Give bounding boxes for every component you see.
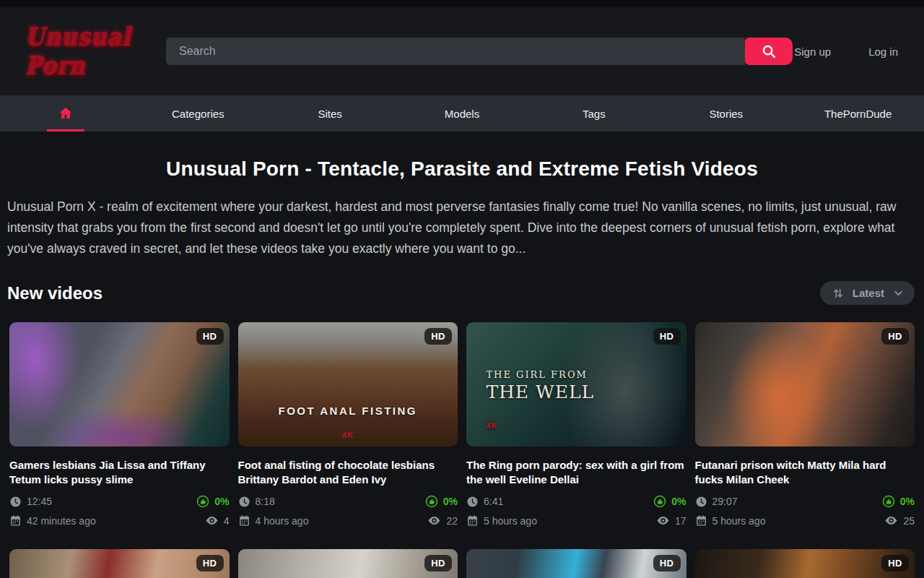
top-strip (0, 0, 924, 7)
hd-badge: HD (653, 555, 681, 571)
clock-icon (238, 496, 250, 508)
thumbs-up-icon (882, 495, 895, 508)
page-description: Unusual Porn X - realm of excitement whe… (7, 197, 917, 259)
video-card[interactable]: HD (238, 549, 458, 578)
video-thumbnail[interactable]: HD (9, 549, 230, 578)
search-bar (166, 38, 793, 65)
sort-label: Latest (853, 287, 884, 299)
section-head: New videos Latest (7, 281, 915, 305)
thumbnail-overlay-poster: THE GIRL FROM THE WELL 4K (486, 369, 594, 430)
thumbnail-quality-mark: 4K (486, 421, 594, 430)
sort-icon (832, 288, 844, 299)
home-icon (58, 105, 74, 121)
video-thumbnail[interactable]: HD (695, 322, 915, 447)
search-button[interactable] (745, 38, 793, 65)
section-title: New videos (7, 283, 103, 303)
video-views: 25 (903, 515, 915, 527)
hd-badge: HD (424, 328, 452, 345)
signup-link[interactable]: Sign up (794, 46, 831, 58)
nav-item-models[interactable]: Models (396, 95, 528, 131)
video-meta: 8:18 0% 4 hours ago (238, 495, 458, 527)
chevron-down-icon (893, 288, 904, 298)
eye-icon (884, 514, 898, 527)
nav-item-categories[interactable]: Categories (132, 95, 264, 131)
video-card[interactable]: HD Futanari prison witch Matty Mila hard… (695, 322, 915, 527)
clock-icon (695, 496, 707, 508)
video-title[interactable]: The Ring porn parody: sex with a girl fr… (466, 458, 687, 487)
main-nav: Categories Sites Models Tags Stories The… (0, 95, 924, 131)
video-thumbnail[interactable]: HD (695, 549, 915, 578)
auth-links: Sign up Log in (793, 46, 898, 58)
thumbnail-overlay-title: FOOT ANAL FISTING (238, 405, 458, 417)
hd-badge: HD (881, 555, 909, 571)
calendar-icon (238, 514, 250, 527)
thumbnail-quality-mark: 4K (238, 431, 458, 439)
video-thumbnail[interactable]: HD THE GIRL FROM THE WELL 4K (466, 322, 687, 447)
clock-icon (466, 496, 479, 508)
nav-item-sites[interactable]: Sites (264, 95, 396, 131)
video-card[interactable]: HD FOOT ANAL FISTING 4K Foot anal fistin… (238, 322, 458, 527)
video-thumbnail[interactable]: HD (466, 549, 687, 578)
video-title[interactable]: Foot anal fisting of chocolate lesbians … (238, 458, 458, 487)
thumbs-up-icon (425, 495, 438, 508)
thumbs-up-icon (196, 495, 209, 508)
video-card[interactable]: HD (466, 549, 687, 578)
video-views: 22 (446, 515, 458, 527)
hd-badge: HD (424, 555, 452, 571)
video-views: 17 (675, 515, 687, 527)
thumbs-up-icon (653, 495, 666, 508)
video-card[interactable]: HD (9, 549, 230, 578)
video-title[interactable]: Futanari prison witch Matty Mila hard fu… (695, 458, 915, 487)
video-meta: 12:45 0% 42 minutes ago (9, 495, 230, 527)
nav-item-tags[interactable]: Tags (528, 95, 660, 131)
sort-dropdown[interactable]: Latest (820, 281, 915, 305)
video-rating: 0% (900, 496, 915, 507)
video-card[interactable]: HD THE GIRL FROM THE WELL 4K The Ring po… (466, 322, 687, 527)
calendar-icon (695, 514, 707, 527)
search-input[interactable] (166, 38, 745, 65)
eye-icon (205, 514, 219, 527)
video-posted: 4 hours ago (256, 515, 309, 527)
nav-item-stories[interactable]: Stories (660, 95, 792, 131)
video-meta: 6:41 0% 5 hours ago (466, 495, 687, 527)
video-card[interactable]: HD Gamers lesbians Jia Lissa and Tiffany… (9, 322, 230, 527)
clock-icon (9, 496, 22, 508)
video-title[interactable]: Gamers lesbians Jia Lissa and Tiffany Te… (9, 458, 230, 487)
hd-badge: HD (881, 328, 909, 345)
video-thumbnail[interactable]: HD (9, 322, 230, 447)
search-icon (761, 43, 777, 59)
calendar-icon (9, 514, 22, 527)
video-posted: 5 hours ago (484, 515, 537, 527)
video-posted: 5 hours ago (712, 515, 766, 527)
video-thumbnail[interactable]: HD FOOT ANAL FISTING 4K (238, 322, 458, 447)
logo[interactable]: Unusual Porn (25, 22, 152, 81)
hd-badge: HD (653, 328, 681, 345)
video-views: 4 (224, 515, 230, 527)
video-meta: 29:07 0% 5 hours ago (695, 495, 915, 527)
header: Unusual Porn Sign up Log in (0, 7, 924, 95)
eye-icon (656, 514, 670, 527)
hd-badge: HD (196, 555, 224, 571)
calendar-icon (466, 514, 479, 527)
nav-item-home[interactable] (0, 95, 132, 131)
eye-icon (427, 514, 441, 527)
video-duration: 6:41 (484, 496, 503, 507)
video-rating: 0% (443, 496, 458, 507)
video-thumbnail[interactable]: HD (238, 549, 458, 578)
video-rating: 0% (671, 496, 686, 507)
page-title: Unusual Porn - Tentacle, Parasite and Ex… (0, 158, 924, 181)
nav-item-theporndude[interactable]: ThePornDude (792, 95, 924, 131)
video-grid: HD Gamers lesbians Jia Lissa and Tiffany… (9, 322, 915, 578)
video-posted: 42 minutes ago (27, 515, 96, 527)
video-duration: 29:07 (712, 496, 738, 507)
video-rating: 0% (214, 496, 229, 507)
video-duration: 8:18 (256, 496, 275, 507)
video-duration: 12:45 (27, 496, 52, 507)
poster-line-2: THE WELL (486, 381, 594, 402)
video-card[interactable]: HD (695, 549, 915, 578)
login-link[interactable]: Log in (868, 46, 898, 58)
hd-badge: HD (196, 328, 224, 345)
poster-line-1: THE GIRL FROM (486, 369, 594, 380)
